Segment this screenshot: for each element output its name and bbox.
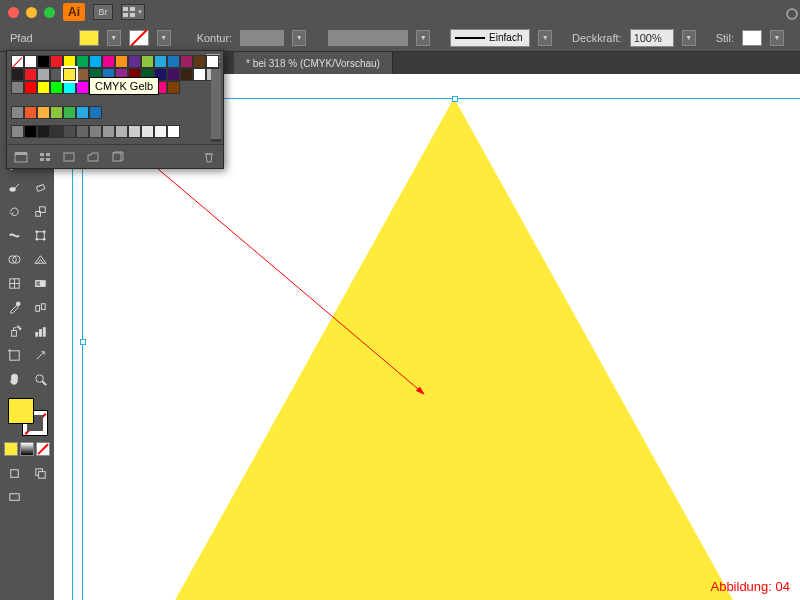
selection-handle[interactable] (452, 96, 458, 102)
delete-swatch-icon[interactable] (201, 150, 217, 164)
brush-definition[interactable]: Einfach (450, 29, 530, 47)
swatch[interactable] (76, 55, 89, 68)
show-kinds-icon[interactable] (37, 150, 53, 164)
swatch[interactable] (50, 55, 63, 68)
fill-color-box[interactable] (8, 398, 34, 424)
perspective-tool[interactable] (28, 248, 52, 270)
color-mode-solid[interactable] (4, 442, 18, 456)
swatch[interactable] (37, 125, 50, 138)
swatch[interactable] (63, 81, 76, 94)
swatch-libraries-icon[interactable] (13, 150, 29, 164)
style-dropdown[interactable]: ▼ (770, 30, 784, 46)
swatch[interactable] (180, 68, 193, 81)
color-group-icon[interactable] (11, 106, 24, 119)
swatch[interactable] (76, 81, 89, 94)
gradient-tool[interactable] (28, 272, 52, 294)
swatch[interactable] (128, 55, 141, 68)
swatch[interactable] (193, 68, 206, 81)
panel-scrollbar[interactable] (211, 69, 221, 142)
stroke-swatch[interactable] (129, 30, 149, 46)
swatch[interactable] (63, 106, 76, 119)
fill-dropdown[interactable]: ▼ (107, 30, 121, 46)
brush-dropdown[interactable]: ▼ (538, 30, 552, 46)
color-mode-none[interactable] (36, 442, 50, 456)
swatch[interactable] (11, 81, 24, 94)
graphic-style-swatch[interactable] (742, 30, 762, 46)
draw-mode-normal[interactable] (2, 462, 26, 484)
stroke-dropdown[interactable]: ▼ (157, 30, 171, 46)
var-width-dropdown[interactable]: ▼ (416, 30, 430, 46)
swatch[interactable] (128, 125, 141, 138)
var-width-field[interactable] (328, 30, 408, 46)
draw-mode-behind[interactable] (28, 462, 52, 484)
swatch[interactable] (167, 68, 180, 81)
swatch[interactable] (102, 55, 115, 68)
swatch[interactable] (193, 55, 206, 68)
zoom-icon[interactable] (44, 7, 55, 18)
swatch[interactable] (50, 106, 63, 119)
swatch[interactable] (167, 55, 180, 68)
shape-builder-tool[interactable] (2, 248, 26, 270)
rotate-tool[interactable] (2, 200, 26, 222)
color-group-icon[interactable] (11, 125, 24, 138)
swatch[interactable] (141, 55, 154, 68)
swatch[interactable] (76, 68, 89, 81)
swatch[interactable] (63, 125, 76, 138)
swatch[interactable] (24, 106, 37, 119)
fill-swatch[interactable] (79, 30, 99, 46)
opacity-dropdown[interactable]: ▼ (682, 30, 696, 46)
stroke-weight-field[interactable] (240, 30, 284, 46)
swatch[interactable] (37, 55, 50, 68)
swatch[interactable] (24, 68, 37, 81)
blend-tool[interactable] (28, 296, 52, 318)
swatch[interactable] (89, 125, 102, 138)
swatch[interactable] (167, 125, 180, 138)
swatch[interactable] (206, 55, 219, 68)
free-transform-tool[interactable] (28, 224, 52, 246)
swatch[interactable] (24, 125, 37, 138)
panel-dock-button[interactable] (784, 0, 800, 28)
swatch[interactable] (24, 55, 37, 68)
swatch[interactable] (11, 55, 24, 68)
swatch[interactable] (50, 68, 63, 81)
hand-tool[interactable] (2, 368, 26, 390)
swatch[interactable] (167, 81, 180, 94)
graph-tool[interactable] (28, 320, 52, 342)
swatch[interactable] (37, 106, 50, 119)
close-icon[interactable] (8, 7, 19, 18)
swatch[interactable] (37, 68, 50, 81)
zoom-tool[interactable] (28, 368, 52, 390)
opacity-field[interactable]: 100% (630, 29, 674, 47)
fill-stroke-indicator[interactable] (8, 398, 48, 436)
swatch[interactable] (154, 55, 167, 68)
eyedropper-tool[interactable] (2, 296, 26, 318)
swatch[interactable] (102, 125, 115, 138)
eraser-tool[interactable] (28, 176, 52, 198)
new-group-icon[interactable] (85, 150, 101, 164)
document-tab[interactable]: * bei 318 % (CMYK/Vorschau) (234, 52, 393, 74)
artboard-tool[interactable] (2, 344, 26, 366)
swatch[interactable] (63, 68, 76, 81)
scrollbar-thumb[interactable] (211, 69, 221, 139)
scale-tool[interactable] (28, 200, 52, 222)
symbol-sprayer-tool[interactable] (2, 320, 26, 342)
stroke-weight-dropdown[interactable]: ▼ (292, 30, 306, 46)
swatch[interactable] (24, 81, 37, 94)
swatch[interactable] (115, 55, 128, 68)
swatch[interactable] (154, 125, 167, 138)
color-mode-gradient[interactable] (20, 442, 34, 456)
swatch[interactable] (76, 106, 89, 119)
swatch[interactable] (141, 125, 154, 138)
arrange-docs-button[interactable]: ▼ (121, 4, 145, 20)
swatch[interactable] (11, 68, 24, 81)
screen-mode[interactable] (2, 486, 26, 508)
mesh-tool[interactable] (2, 272, 26, 294)
swatch[interactable] (37, 81, 50, 94)
width-tool[interactable] (2, 224, 26, 246)
bridge-button[interactable]: Br (93, 4, 113, 20)
selection-handle[interactable] (80, 339, 86, 345)
swatch[interactable] (50, 81, 63, 94)
swatch[interactable] (76, 125, 89, 138)
swatch[interactable] (63, 55, 76, 68)
slice-tool[interactable] (28, 344, 52, 366)
